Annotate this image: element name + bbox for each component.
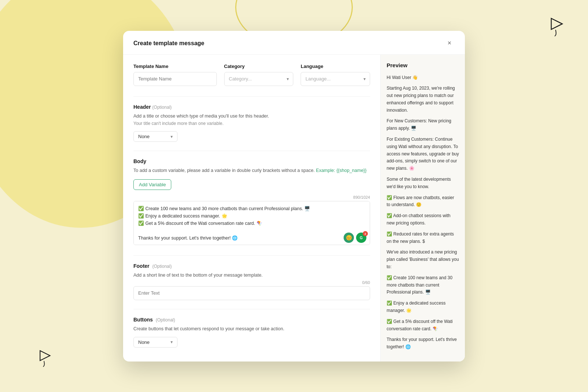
header-title: Header (Optional) <box>133 104 370 110</box>
preview-list6: ✅ Get a 5% discount off the Wati convers… <box>387 318 459 333</box>
header-section: Header (Optional) Add a title or choose … <box>133 104 370 142</box>
buttons-dropdown-value: None <box>138 339 150 345</box>
preview-list3: ✅ Reduced rates for extra agents on the … <box>387 231 459 245</box>
preview-p3: For Existing Customers: Continue using W… <box>387 136 459 172</box>
grammarly-button[interactable]: G 2 <box>356 233 366 243</box>
language-label: Language <box>301 64 370 69</box>
header-type-dropdown[interactable]: None <box>133 131 178 142</box>
preview-list2: ✅ Add-on chatbot sessions with new prici… <box>387 212 459 227</box>
header-desc: Add a title or choose which type of medi… <box>133 113 370 120</box>
footer-section: Footer (Optional) Add a short line of te… <box>133 263 370 300</box>
category-select[interactable]: Category... <box>224 72 294 86</box>
preview-panel: Preview Hi Wati User 👋 Starting Aug 10, … <box>380 55 465 362</box>
buttons-optional-label: (Optional) <box>156 317 175 323</box>
body-example-link: Example: {{shop_name}} <box>316 168 367 173</box>
footer-char-count: 0/60 <box>133 280 370 285</box>
modal-header: Create template message × <box>123 31 465 55</box>
emoji-button[interactable]: 😊 <box>344 233 354 243</box>
preview-list1: ✅ Flows are now chatbots, easier to unde… <box>387 194 459 209</box>
footer-title: Footer (Optional) <box>133 263 370 269</box>
add-variable-button[interactable]: Add Variable <box>133 179 171 190</box>
preview-p4: Some of the latest developments we'd lik… <box>387 176 459 191</box>
buttons-desc: Create buttons that let customers respon… <box>133 326 370 332</box>
modal-overlay: Create template message × Template Name … <box>0 0 588 392</box>
language-select[interactable]: Language... <box>301 72 370 86</box>
body-textarea[interactable]: ✅ Create 100 new teams and 30 more chatb… <box>133 201 370 245</box>
grammarly-badge: 2 <box>363 231 368 236</box>
template-name-label: Template Name <box>133 64 217 69</box>
preview-greeting: Hi Wati User 👋 <box>387 74 459 82</box>
header-dropdown-value: None <box>138 134 150 139</box>
top-form-row: Template Name Category Category... Langu… <box>133 64 370 86</box>
preview-list5: ✅ Enjoy a dedicated success manager. 🌟 <box>387 300 459 314</box>
body-desc: To add a custom variable, please add a v… <box>133 167 370 174</box>
footer-input[interactable] <box>133 286 370 300</box>
divider-1 <box>133 96 370 97</box>
divider-3 <box>133 255 370 256</box>
template-name-group: Template Name <box>133 64 217 86</box>
header-optional-label: (Optional) <box>152 105 172 110</box>
modal: Create template message × Template Name … <box>123 31 465 362</box>
body-char-count: 890/1024 <box>133 195 370 199</box>
preview-content: Hi Wati User 👋 Starting Aug 10, 2023, we… <box>387 74 459 351</box>
preview-p1: Starting Aug 10, 2023, we're rolling out… <box>387 85 459 114</box>
buttons-type-dropdown[interactable]: None <box>133 337 178 348</box>
category-label: Category <box>224 64 294 69</box>
footer-optional-label: (Optional) <box>152 264 172 269</box>
footer-desc: Add a short line of text to the bottom o… <box>133 272 370 279</box>
header-note: Your title can't include more than one v… <box>133 121 370 126</box>
divider-2 <box>133 151 370 151</box>
language-select-wrapper: Language... <box>301 72 370 86</box>
form-section: Template Name Category Category... Langu… <box>123 55 380 362</box>
language-group: Language Language... <box>301 64 370 86</box>
preview-p6: Thanks for your support. Let's thrive to… <box>387 336 459 351</box>
body-title: Body <box>133 158 370 164</box>
modal-body: Template Name Category Category... Langu… <box>123 55 465 362</box>
body-textarea-wrapper: ✅ Create 100 new teams and 30 more chatb… <box>133 201 370 247</box>
category-group: Category Category... <box>224 64 294 86</box>
preview-p2: For New Customers: New pricing plans app… <box>387 118 459 132</box>
modal-title: Create template message <box>133 40 204 47</box>
preview-title: Preview <box>387 62 459 68</box>
buttons-title: Buttons (Optional) <box>133 317 370 323</box>
body-section: Body To add a custom variable, please ad… <box>133 158 370 247</box>
close-button[interactable]: × <box>444 38 455 48</box>
template-name-input[interactable] <box>133 72 217 86</box>
divider-4 <box>133 309 370 309</box>
category-select-wrapper: Category... <box>224 72 294 86</box>
preview-list4: ✅ Create 100 new teams and 30 more chatb… <box>387 274 459 296</box>
buttons-section: Buttons (Optional) Create buttons that l… <box>133 317 370 348</box>
textarea-icon-group: 😊 G 2 <box>344 233 366 243</box>
preview-p5: We've also introduced a new pricing plan… <box>387 249 459 270</box>
